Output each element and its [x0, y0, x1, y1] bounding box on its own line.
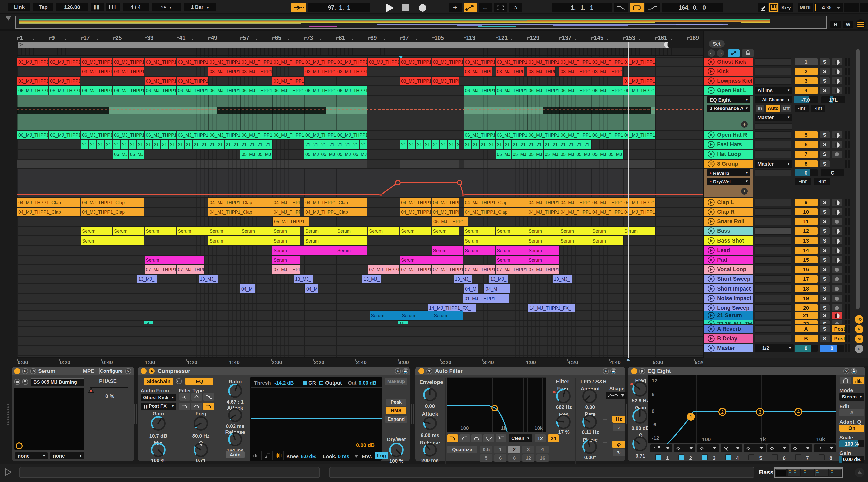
svg-text:3: 3: [759, 410, 761, 415]
svg-text:2: 2: [721, 410, 723, 415]
svg-text:4: 4: [797, 410, 800, 415]
svg-text:1: 1: [690, 414, 692, 419]
